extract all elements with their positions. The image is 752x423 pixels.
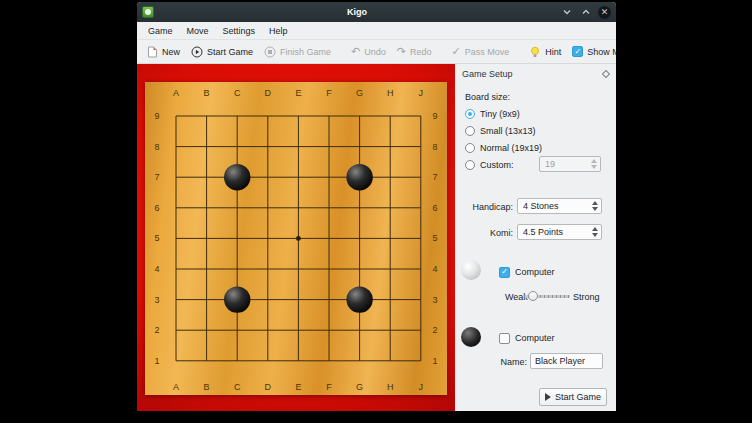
spin-arrows-icon [592,201,598,211]
board-coordinate-label: 2 [432,325,437,335]
menu-help[interactable]: Help [262,24,295,38]
board-coordinate-label: F [326,382,332,392]
custom-size-value: 19 [545,159,555,169]
radio-small-label: Small (13x13) [480,126,536,136]
redo-arrow-icon: ↷ [397,46,406,57]
komi-value: 4.5 Points [523,227,563,237]
finish-flag-icon [264,46,276,58]
board-coordinate-label: B [204,88,210,98]
komi-spinbox[interactable]: 4.5 Points [517,224,602,240]
board-coordinate-label: 5 [154,233,159,243]
start-game-button-label: Start Game [555,392,601,402]
show-move-numbers-toggle[interactable]: Show Move Numbers [567,43,616,60]
board-coordinate-label: 7 [154,172,159,182]
board-coordinate-label: G [356,382,363,392]
board-coordinate-label: 6 [154,203,159,213]
name-label: Name: [493,357,527,367]
stone-black-C3 [224,286,250,312]
stone-black-G3 [346,286,372,312]
radio-tiny[interactable]: Tiny (9x9) [465,108,520,120]
white-stone-image [461,260,481,280]
board-coordinate-label: 1 [432,356,437,366]
radio-normal[interactable]: Normal (19x19) [465,142,542,154]
spin-arrows-icon [592,227,598,237]
chevron-down-icon [562,7,572,17]
board-coordinate-label: J [419,382,424,392]
play-circle-icon [191,46,203,58]
start-game-button[interactable]: Start Game [539,388,607,406]
board-coordinate-label: 3 [154,295,159,305]
stone-black-G7 [346,164,372,190]
play-icon [545,393,551,401]
board-coordinate-label: H [387,88,394,98]
radio-custom-label: Custom: [480,160,514,170]
finish-game-label: Finish Game [280,47,331,57]
show-move-numbers-label: Show Move Numbers [587,47,616,57]
radio-custom[interactable]: Custom: [465,159,514,171]
pass-move-label: Pass Move [465,47,510,57]
radio-tiny-label: Tiny (9x9) [480,109,520,119]
undo-button[interactable]: ↶ Undo [346,43,391,60]
float-panel-icon[interactable] [602,70,610,78]
go-board-grid[interactable]: AABBCCDDEEFFGGHHJJ998877665544332211 [145,82,447,395]
toolbar: New Start Game Finish Game ↶ Undo [137,40,616,64]
new-button-label: New [162,47,180,57]
board-coordinate-label: E [295,382,301,392]
menu-settings[interactable]: Settings [216,24,263,38]
redo-button[interactable]: ↷ Redo [392,43,437,60]
finish-game-button[interactable]: Finish Game [259,43,336,61]
slider-handle[interactable] [528,291,538,301]
screen-background: Kigo ✕ Game Move Settings Help [0,0,752,423]
handicap-value: 4 Stones [523,201,559,211]
checkbox-unchecked-icon [499,333,510,344]
radio-button-icon [465,160,475,170]
radio-button-icon [465,109,475,119]
titlebar[interactable]: Kigo ✕ [137,2,616,22]
menubar: Game Move Settings Help [137,22,616,40]
board-coordinate-label: A [173,88,179,98]
board-coordinate-label: A [173,382,179,392]
checkmark-icon: ✓ [452,46,461,57]
board-coordinate-label: J [419,88,424,98]
radio-button-icon [465,143,475,153]
menu-move[interactable]: Move [180,24,216,38]
go-board-frame: AABBCCDDEEFFGGHHJJ998877665544332211 [137,64,455,411]
spin-arrows-icon [591,159,597,169]
undo-arrow-icon: ↶ [351,46,360,57]
close-icon: ✕ [601,8,609,17]
handicap-combobox[interactable]: 4 Stones [517,198,602,214]
hint-label: Hint [545,47,561,57]
board-coordinate-label: D [265,382,272,392]
strength-slider[interactable] [524,291,570,301]
black-stone-image [461,327,481,347]
board-coordinate-label: C [234,382,241,392]
hint-button[interactable]: Hint [524,43,566,61]
board-coordinate-label: 2 [154,325,159,335]
chevron-up-icon [581,7,591,17]
kigo-window: Kigo ✕ Game Move Settings Help [137,2,616,411]
new-button[interactable]: New [142,43,185,61]
close-button[interactable]: ✕ [598,6,611,19]
board-coordinate-label: F [326,88,332,98]
board-size-label: Board size: [465,92,510,102]
radio-small[interactable]: Small (13x13) [465,125,536,137]
panel-title: Game Setup [462,69,603,79]
white-computer-label: Computer [515,267,555,277]
white-computer-checkbox[interactable]: Computer [499,266,555,278]
stone-black-C7 [224,164,250,190]
undo-label: Undo [364,47,386,57]
lightbulb-icon [529,46,541,58]
player-name-input[interactable] [530,353,603,369]
black-computer-checkbox[interactable]: Computer [499,332,555,344]
window-controls: ✕ [560,6,611,19]
board-coordinate-label: G [356,88,363,98]
board-coordinate-label: 1 [154,356,159,366]
maximize-button[interactable] [579,6,592,19]
panel-header: Game Setup [455,66,616,82]
menu-game[interactable]: Game [141,24,180,38]
minimize-button[interactable] [560,6,573,19]
main-content: AABBCCDDEEFFGGHHJJ998877665544332211 Gam… [137,64,616,411]
start-game-toolbar-button[interactable]: Start Game [186,43,258,61]
go-board[interactable]: AABBCCDDEEFFGGHHJJ998877665544332211 [145,82,447,395]
pass-move-button[interactable]: ✓ Pass Move [447,43,515,60]
